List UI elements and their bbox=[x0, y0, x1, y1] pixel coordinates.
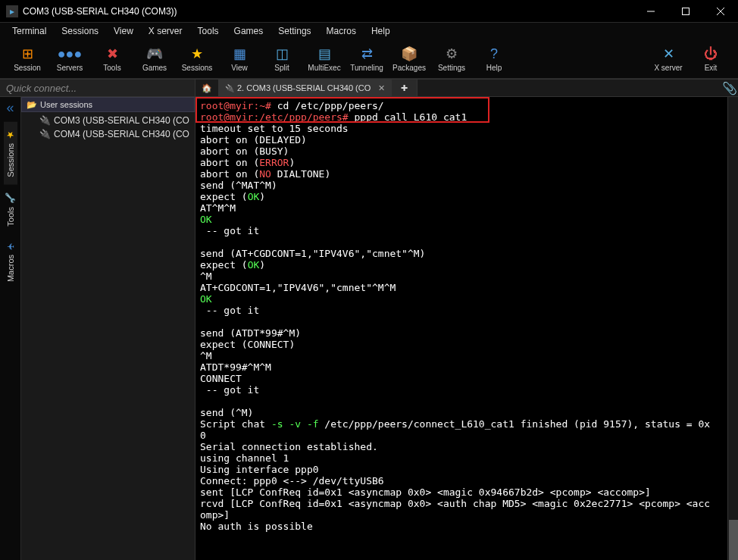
toolbar-label: Tools bbox=[103, 64, 120, 72]
terminal-line: -- got it bbox=[200, 384, 723, 396]
toolbar-exit-button[interactable]: ⏻Exit bbox=[690, 41, 732, 77]
terminal-line: ^M bbox=[200, 350, 723, 361]
toolbar-packages-button[interactable]: 📦Packages bbox=[388, 41, 430, 77]
terminal-line: Script chat -s -v -f /etc/ppp/peers/conn… bbox=[200, 418, 723, 430]
session-item[interactable]: 🔌COM3 (USB-SERIAL CH340 (CO bbox=[21, 114, 195, 127]
rail-label: Sessions bbox=[6, 143, 15, 177]
toolbar-sessions-button[interactable]: ★Sessions bbox=[176, 41, 218, 77]
menu-games[interactable]: Games bbox=[227, 24, 271, 38]
rail-tab-macros[interactable]: Macros✈ bbox=[4, 233, 17, 289]
terminal-line: ^M bbox=[200, 271, 723, 282]
settings-icon: ⚙ bbox=[446, 45, 458, 62]
toolbar-label: Games bbox=[142, 64, 167, 72]
plug-icon: 🔌 bbox=[39, 129, 51, 139]
terminal-line: root@myir:~# cd /etc/ppp/peers/ bbox=[200, 100, 723, 111]
tabstrip-row: Quick connect... 🏠🔌2. COM3 (USB-SERIAL C… bbox=[0, 79, 738, 97]
menu-x-server[interactable]: X server bbox=[141, 24, 190, 38]
terminal-line bbox=[200, 316, 723, 327]
tab-home[interactable]: 🏠 bbox=[195, 80, 219, 96]
toolbar-servers-button[interactable]: ●●●Servers bbox=[48, 41, 91, 77]
sessions-icon: ★ bbox=[191, 45, 203, 62]
terminal-line: No auth is possible bbox=[200, 521, 723, 532]
maximize-button[interactable] bbox=[668, 0, 703, 23]
toolbar-view-button[interactable]: ▦View bbox=[218, 41, 261, 77]
terminal-output[interactable]: root@myir:~# cd /etc/ppp/peers/root@myir… bbox=[195, 97, 727, 560]
view-icon: ▦ bbox=[233, 45, 246, 62]
close-button[interactable] bbox=[703, 0, 738, 23]
toolbar-x-server-button[interactable]: ✕X server bbox=[647, 41, 690, 77]
svg-text:▸: ▸ bbox=[10, 6, 14, 17]
menu-help[interactable]: Help bbox=[364, 24, 398, 38]
terminal-line: send (^MAT^M) bbox=[200, 180, 723, 191]
toolbar-label: Split bbox=[274, 64, 289, 72]
terminal-line: abort on (ERROR) bbox=[200, 157, 723, 168]
terminal-scrollbar[interactable] bbox=[727, 97, 738, 560]
toolbar-split-button[interactable]: ◫Split bbox=[261, 41, 303, 77]
games-icon: 🎮 bbox=[146, 45, 163, 62]
toolbar: ⊞Session●●●Servers✖Tools🎮Games★Sessions▦… bbox=[0, 39, 738, 79]
sidebar-header[interactable]: 📂 User sessions bbox=[21, 97, 195, 112]
new-tab-button[interactable]: ✚ bbox=[392, 80, 417, 96]
toolbar-tools-button[interactable]: ✖Tools bbox=[91, 41, 133, 77]
menu-terminal[interactable]: Terminal bbox=[5, 24, 54, 38]
close-icon[interactable]: ✕ bbox=[378, 83, 385, 93]
toolbar-multiexec-button[interactable]: ▤MultiExec bbox=[303, 41, 346, 77]
rail-label: Macros bbox=[6, 255, 15, 282]
servers-icon: ●●● bbox=[58, 46, 83, 62]
menu-sessions[interactable]: Sessions bbox=[54, 24, 106, 38]
terminal-line: AT^M^M bbox=[200, 202, 723, 214]
menu-view[interactable]: View bbox=[106, 24, 141, 38]
toolbar-session-button[interactable]: ⊞Session bbox=[6, 41, 48, 77]
rail-tab-sessions[interactable]: Sessions★ bbox=[4, 122, 17, 185]
terminal-line bbox=[200, 396, 723, 407]
plane-icon: ✈ bbox=[5, 241, 16, 252]
quick-connect-placeholder: Quick connect... bbox=[6, 83, 77, 94]
tunneling-icon: ⇄ bbox=[361, 45, 373, 62]
terminal-line: using channel 1 bbox=[200, 452, 723, 464]
toolbar-help-button[interactable]: ?Help bbox=[473, 41, 515, 77]
split-icon: ◫ bbox=[276, 45, 289, 62]
menu-tools[interactable]: Tools bbox=[190, 24, 227, 38]
terminal-line: send (ATDT*99#^M) bbox=[200, 327, 723, 339]
help-icon: ? bbox=[490, 46, 498, 62]
menu-macros[interactable]: Macros bbox=[319, 24, 364, 38]
terminal-line: expect (CONNECT) bbox=[200, 339, 723, 350]
toolbar-label: Help bbox=[486, 64, 502, 72]
toolbar-label: MultiExec bbox=[308, 64, 340, 72]
toolbar-tunneling-button[interactable]: ⇄Tunneling bbox=[346, 41, 388, 77]
toolbar-settings-button[interactable]: ⚙Settings bbox=[430, 41, 473, 77]
session-icon: ⊞ bbox=[22, 45, 33, 62]
packages-icon: 📦 bbox=[401, 45, 417, 62]
terminal-line: send (AT+CGDCONT=1,"IPV4V6","cmnet"^M) bbox=[200, 248, 723, 259]
terminal-line: abort on (DELAYED) bbox=[200, 134, 723, 145]
toolbar-label: Tunneling bbox=[350, 64, 383, 72]
toolbar-label: Settings bbox=[438, 64, 465, 72]
terminal-line: Using interface ppp0 bbox=[200, 464, 723, 475]
toolbar-label: Servers bbox=[57, 64, 83, 72]
quick-connect-input[interactable]: Quick connect... bbox=[0, 80, 195, 96]
titlebar: ▸ COM3 (USB-SERIAL CH340 (COM3)) bbox=[0, 0, 738, 23]
terminal-line: 0 bbox=[200, 430, 723, 441]
tools-icon: ✖ bbox=[107, 45, 118, 62]
terminal-line: sent [LCP ConfReq id=0x1 <asyncmap 0x0> … bbox=[200, 486, 723, 498]
toolbar-label: X server bbox=[654, 64, 682, 72]
terminal-line: AT+CGDCONT=1,"IPV4V6","cmnet"^M^M bbox=[200, 282, 723, 293]
terminal-line: expect (OK) bbox=[200, 191, 723, 202]
minimize-button[interactable] bbox=[633, 0, 668, 23]
wrench-icon: 🔧 bbox=[5, 192, 16, 204]
rail-tab-tools[interactable]: Tools🔧 bbox=[4, 185, 17, 234]
tab-session-1[interactable]: 🔌2. COM3 (USB-SERIAL CH340 (CO✕ bbox=[219, 80, 392, 96]
toolbar-label: Session bbox=[14, 64, 41, 72]
paperclip-icon[interactable]: 📎 bbox=[721, 80, 738, 96]
tabstrip: 🏠🔌2. COM3 (USB-SERIAL CH340 (CO✕✚ bbox=[195, 80, 721, 96]
menu-settings[interactable]: Settings bbox=[270, 24, 318, 38]
collapse-sidebar-button[interactable]: « bbox=[6, 100, 14, 116]
plug-icon: 🔌 bbox=[225, 84, 234, 92]
sidebar: 📂 User sessions 🔌COM3 (USB-SERIAL CH340 … bbox=[21, 97, 195, 560]
toolbar-games-button[interactable]: 🎮Games bbox=[133, 41, 176, 77]
scrollbar-thumb[interactable] bbox=[729, 520, 738, 560]
exit-icon: ⏻ bbox=[704, 46, 718, 62]
svg-rect-3 bbox=[683, 8, 690, 14]
terminal-line: rcvd [LCP ConfReq id=0x1 <asyncmap 0x0> … bbox=[200, 498, 723, 509]
session-item[interactable]: 🔌COM4 (USB-SERIAL CH340 (CO bbox=[21, 127, 195, 141]
